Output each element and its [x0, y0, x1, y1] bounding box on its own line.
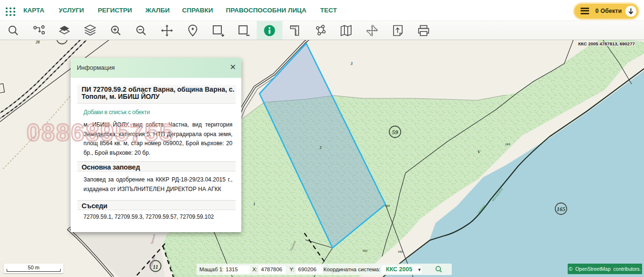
svg-text:102: 102 [363, 249, 368, 253]
svg-text:2: 2 [319, 146, 322, 150]
svg-text:102: 102 [398, 250, 403, 254]
svg-text:ККС 2005 4787813, 690277: ККС 2005 4787813, 690277 [578, 41, 635, 46]
svg-text:1: 1 [253, 202, 255, 206]
svg-text:59: 59 [392, 128, 399, 136]
svg-text:V: V [478, 149, 481, 154]
svg-text:103: 103 [385, 204, 390, 208]
svg-text:165: 165 [557, 206, 565, 213]
svg-text:103: 103 [505, 142, 510, 146]
svg-text:11: 11 [153, 264, 158, 270]
svg-text:3: 3 [350, 62, 353, 66]
svg-text:28: 28 [35, 40, 40, 44]
